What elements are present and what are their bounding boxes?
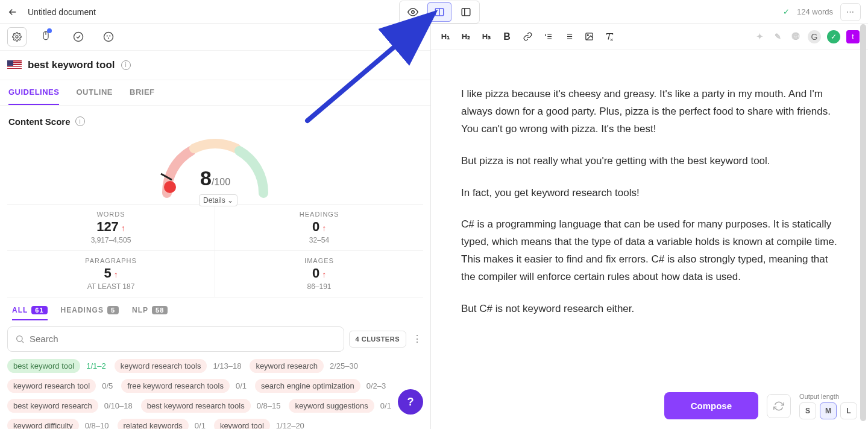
editor-paragraph[interactable]: C# is a programming language that can be… [461,216,838,286]
help-button[interactable]: ? [398,389,423,415]
chip-label: search engine optimization [255,379,360,393]
bullet-list-button[interactable] [562,32,574,41]
user-avatar[interactable]: t [846,30,860,43]
editor-paragraph[interactable]: I like pizza because it's cheesy and gre… [461,86,838,138]
search-box[interactable] [7,326,344,352]
h3-button[interactable]: H₃ [480,32,492,41]
svg-line-28 [608,34,610,40]
chip-count: 0/2–3 [366,381,386,390]
kw-tab-headings[interactable]: HEADINGS5 [61,306,119,320]
info-icon[interactable]: i [75,116,85,126]
chip-label: keyword research [250,359,324,373]
arrow-up-icon: ↑ [121,223,125,233]
top-bar: Untitled document ✓ 124 words ⋯ [0,0,868,24]
svg-line-16 [22,341,24,343]
view-switcher [399,1,480,24]
keyword-chip[interactable]: best keyword tool1/1–2 [7,359,106,373]
length-s-button[interactable]: S [799,402,816,419]
tab-brief[interactable]: BRIEF [130,80,155,105]
editor-paragraph[interactable]: But pizza is not really what you're gett… [461,153,838,170]
keyword-chip[interactable]: keyword difficulty0/8–10 [7,419,109,429]
svg-point-12 [108,38,109,39]
length-l-button[interactable]: L [840,402,857,419]
editor-toolbar: H₁ H₂ H₃ B ✦ ✎ 🌐︎ G ✓ t [431,24,868,49]
kw-tab-all[interactable]: ALL61 [12,306,48,320]
settings-button[interactable] [7,27,27,46]
info-icon[interactable]: i [121,60,131,70]
svg-point-8 [74,33,83,42]
ordered-list-button[interactable] [542,32,554,41]
keyword-kebab-menu[interactable]: ⋮ [411,333,423,345]
back-arrow-icon[interactable] [7,7,18,17]
keyword-header: best keyword tool i [0,51,430,80]
chip-label: keyword research tool [7,379,96,393]
editor-paragraph[interactable]: In fact, you get keyword research tools! [461,185,838,202]
check-circle-icon[interactable] [70,28,87,45]
keyword-chip[interactable]: best keyword research tools0/8–15 [141,399,281,413]
keyword-chip[interactable]: keyword research2/25–30 [250,359,358,373]
view-single-button[interactable] [454,2,478,22]
emoji-icon[interactable] [100,28,117,45]
svg-point-15 [17,336,22,342]
compose-button[interactable]: Compose [664,392,758,419]
chip-count: 1/1–2 [86,361,106,370]
tab-outline[interactable]: OUTLINE [76,80,113,105]
chip-count: 0/5 [102,381,113,390]
view-preview-button[interactable] [401,2,425,22]
shield-check-icon[interactable]: ✓ [827,30,840,43]
image-button[interactable] [583,32,595,41]
editor-paragraph[interactable]: But C# is not keyword research either. [461,300,838,318]
keyword-chip[interactable]: keyword suggestions0/1 [289,399,391,413]
length-m-button[interactable]: M [820,402,837,419]
saved-check-icon: ✓ [783,7,790,16]
svg-point-5 [16,36,18,38]
svg-point-11 [110,36,110,37]
keyword-chip[interactable]: keyword research tool0/5 [7,379,113,393]
svg-rect-3 [462,8,470,16]
link-button[interactable] [521,32,533,41]
chip-label: keyword suggestions [289,399,374,413]
chip-count: 1/12–20 [276,421,304,429]
h2-button[interactable]: H₂ [460,32,472,41]
edit-icon[interactable]: ✎ [772,32,784,41]
chevron-down-icon: ⌄ [227,196,233,205]
grammarly-icon[interactable]: G [808,30,821,43]
score-denom: /100 [212,177,230,187]
bold-button[interactable]: B [501,31,513,42]
clusters-button[interactable]: 4 CLUSTERS [349,331,406,348]
chip-count: 0/1 [380,401,391,410]
keyword-chips: best keyword tool1/1–2keyword research t… [0,359,430,429]
details-button[interactable]: Details⌄ [199,194,237,206]
document-title[interactable]: Untitled document [28,7,96,17]
svg-point-0 [412,10,415,13]
globe-icon[interactable]: 🌐︎ [790,32,802,41]
svg-point-9 [104,33,113,42]
clear-format-button[interactable] [603,32,615,41]
editor-panel: H₁ H₂ H₃ B ✦ ✎ 🌐︎ G ✓ t I like pizza be [431,24,868,429]
score-number: 8 [200,167,212,189]
mouse-icon[interactable] [40,28,57,45]
keyword-chip[interactable]: free keyword research tools0/1 [121,379,247,393]
output-length-label: Output length [799,393,857,400]
ai-button[interactable]: ✦ [753,32,766,41]
kw-tab-nlp[interactable]: NLP58 [132,306,168,320]
chip-count: 0/8–15 [257,401,281,410]
scrollbar[interactable] [860,24,866,421]
search-input[interactable] [30,334,336,344]
editor-body[interactable]: I like pizza because it's cheesy and gre… [431,49,868,429]
keyword-chip[interactable]: related keywords0/1 [118,419,206,429]
chip-count: 0/1 [236,381,247,390]
output-length-block: Output length S M L [799,393,857,419]
more-menu-button[interactable]: ⋯ [840,3,861,21]
stat-headings: HEADINGS 0↑ 32–54 [215,205,423,251]
view-split-button[interactable] [427,2,451,22]
stats-grid: WORDS 127↑ 3,917–4,505 HEADINGS 0↑ 32–54… [7,204,423,297]
seo-sidebar: best keyword tool i GUIDELINES OUTLINE B… [0,24,431,429]
keyword-chip[interactable]: keyword research tools1/13–18 [115,359,242,373]
tab-guidelines[interactable]: GUIDELINES [8,80,59,105]
refresh-button[interactable] [767,394,791,418]
keyword-chip[interactable]: keyword tool1/12–20 [214,419,304,429]
keyword-chip[interactable]: best keyword research0/10–18 [7,399,133,413]
h1-button[interactable]: H₁ [439,32,451,41]
keyword-chip[interactable]: search engine optimization0/2–3 [255,379,386,393]
